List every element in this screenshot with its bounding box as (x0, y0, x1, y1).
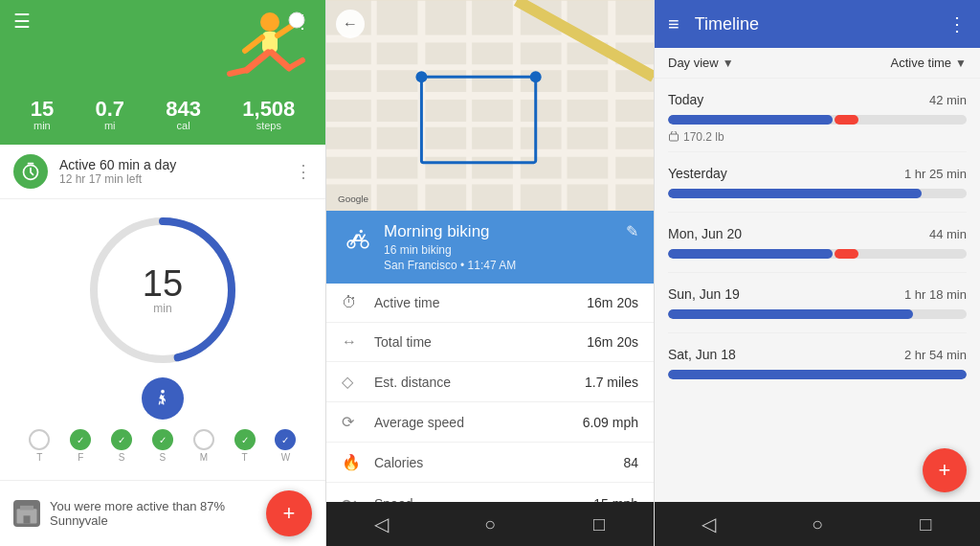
svg-line-2 (245, 37, 262, 51)
menu-icon[interactable]: ☰ (13, 10, 31, 33)
day-S2-label: S (160, 452, 167, 463)
day-S1: ✓ S (111, 429, 132, 463)
jun20-bar-blue (668, 249, 833, 259)
activity-sub2: San Francisco • 11:47 AM (384, 259, 516, 272)
speed-icon: 〜 (342, 493, 368, 502)
days-row: T ✓ F ✓ S ✓ S M ✓ T ✓ (0, 425, 325, 470)
metric-active-time: ⏱ Active time 16m 20s (326, 284, 654, 323)
runner-illustration (211, 5, 306, 91)
jun19-bar-blue (668, 309, 913, 319)
jun19-name: Sun, Jun 19 (668, 286, 740, 302)
bike-icon (342, 222, 374, 255)
day-view-arrow: ▼ (723, 57, 734, 70)
svg-text:Google: Google (338, 193, 369, 204)
goal-text: Active 60 min a day 12 hr 17 min left (59, 157, 295, 186)
back-button[interactable]: ← (336, 10, 365, 38)
today-weight: 170.2 lb (668, 130, 967, 144)
edit-icon[interactable]: ✎ (626, 222, 638, 240)
timeline-back-nav[interactable]: ◁ (685, 502, 733, 546)
metric-speed: 〜 Speed 15 mph (326, 483, 654, 502)
stat-mi-unit: mi (104, 120, 116, 131)
svg-line-5 (247, 53, 268, 70)
svg-point-0 (260, 12, 279, 32)
day-T2: ✓ T (234, 429, 256, 463)
timeline-fab-button[interactable]: + (923, 448, 967, 492)
timeline-recent-nav[interactable]: □ (902, 502, 949, 546)
goal-card[interactable]: Active 60 min a day 12 hr 17 min left ⋮ (0, 145, 325, 199)
stat-steps: 1,508 steps (242, 99, 295, 131)
timeline-title: Timeline (695, 14, 947, 34)
today-bar-blue (668, 115, 833, 125)
distance-icon: ◇ (342, 373, 368, 391)
ring-center: 15 min (143, 265, 183, 315)
day-T-label: T (36, 452, 42, 463)
svg-rect-16 (27, 515, 31, 523)
day-S1-icon: ✓ (111, 429, 132, 450)
fitness-header: ☰ (0, 0, 325, 145)
stat-cal: 843 cal (166, 99, 201, 131)
day-view-dropdown[interactable]: Day view ▼ (668, 56, 734, 70)
day-T2-icon: ✓ (234, 429, 256, 450)
goal-title: Active 60 min a day (59, 157, 295, 172)
bottom-banner: You were more active than 87% Sunnyvale … (0, 480, 325, 546)
goal-subtitle: 12 hr 17 min left (59, 172, 295, 186)
timeline-day-jun18: Sat, Jun 18 2 hr 54 min (668, 333, 967, 393)
goal-more-icon[interactable]: ⋮ (295, 161, 312, 182)
banner-text: You were more active than 87% Sunnyvale (50, 499, 266, 528)
progress-ring: 15 min (81, 209, 244, 372)
svg-line-8 (289, 60, 302, 68)
total-time-label: Total time (368, 334, 587, 350)
active-time-label: Active time (368, 295, 587, 310)
timeline-content: Today 42 min 170.2 lb Yesterday 1 hr 25 … (655, 79, 980, 502)
timeline-day-jun19: Sun, Jun 19 1 hr 18 min (668, 273, 967, 333)
jun20-header: Mon, Jun 20 44 min (668, 226, 967, 241)
timeline-day-jun20: Mon, Jun 20 44 min (668, 213, 967, 273)
calories-label: Calories (368, 455, 623, 470)
active-time-icon: ⏱ (342, 294, 368, 311)
svg-rect-15 (24, 515, 28, 523)
total-time-value: 16m 20s (587, 334, 638, 350)
fitness-panel: ☰ (0, 0, 325, 546)
timeline-home-nav[interactable]: ○ (793, 502, 841, 546)
timeline-menu-icon[interactable]: ≡ (668, 13, 679, 35)
day-T-icon (29, 429, 50, 450)
back-nav-icon[interactable]: ◁ (357, 502, 405, 546)
banner-building-icon (13, 500, 40, 527)
timeline-panel: ≡ Timeline ⋮ Day view ▼ Active time ▼ To… (655, 0, 980, 546)
metric-avg-speed: ⟳ Average speed 6.09 mph (326, 402, 654, 443)
svg-point-33 (530, 71, 542, 82)
active-time-dropdown[interactable]: Active time ▼ (891, 56, 967, 70)
distance-value: 1.7 miles (585, 375, 638, 390)
svg-rect-14 (20, 506, 33, 511)
day-F-icon: ✓ (70, 429, 91, 450)
activity-header-left: Morning biking 16 min biking San Francis… (342, 222, 516, 272)
jun19-bar (668, 309, 967, 319)
today-bar (668, 115, 967, 125)
stat-min-unit: min (33, 120, 51, 131)
stat-steps-unit: steps (256, 120, 281, 131)
day-W: ✓ W (275, 429, 296, 463)
day-S2: ✓ S (152, 429, 173, 463)
home-nav-icon[interactable]: ○ (466, 502, 514, 546)
today-name: Today (668, 92, 703, 107)
timeline-header: ≡ Timeline ⋮ (655, 0, 980, 48)
svg-point-36 (361, 240, 368, 248)
yesterday-bar (668, 189, 967, 198)
day-M: M (193, 429, 214, 463)
jun18-bar-blue (668, 370, 967, 379)
fab-add-button[interactable]: + (266, 490, 312, 536)
timeline-more-icon[interactable]: ⋮ (947, 12, 967, 35)
jun18-bar (668, 370, 967, 379)
recent-nav-icon[interactable]: □ (575, 502, 623, 546)
timeline-day-today: Today 42 min 170.2 lb (668, 79, 967, 152)
day-F: ✓ F (70, 429, 91, 463)
avg-speed-label: Average speed (368, 415, 583, 430)
day-F-label: F (78, 452, 83, 463)
svg-rect-38 (670, 134, 679, 141)
yesterday-bar-blue (668, 189, 922, 198)
day-T2-label: T (242, 452, 248, 463)
goal-timer-icon (13, 154, 48, 189)
jun18-time: 2 hr 54 min (904, 348, 967, 362)
today-header: Today 42 min (668, 92, 967, 107)
avg-speed-icon: ⟳ (342, 413, 368, 431)
